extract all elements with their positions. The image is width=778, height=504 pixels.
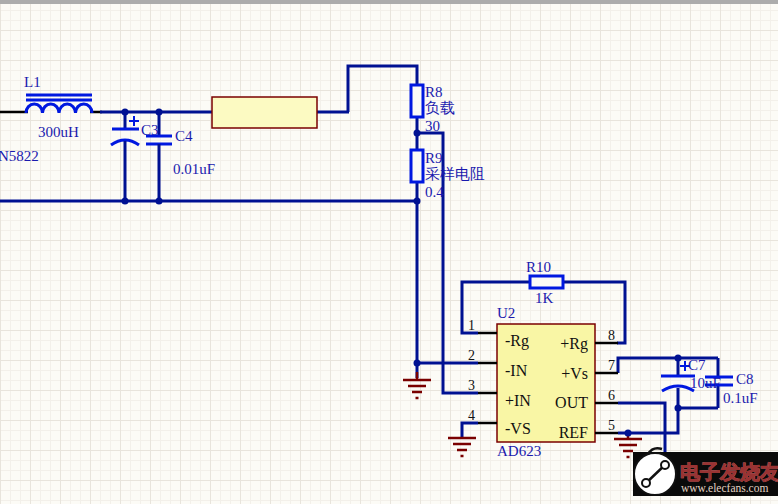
schematic-canvas: L1 300uH N5822 C3 C4 0.01uF R8 负载 30 R9 …: [0, 0, 778, 504]
schematic-drawing: L1 300uH N5822 C3 C4 0.01uF R8 负载 30 R9 …: [0, 0, 778, 504]
r10-designator: R10: [526, 259, 551, 275]
watermark: 电子发烧友 www.elecfans.com: [633, 448, 778, 496]
r8-value: 30: [425, 118, 440, 134]
u2-pin6-number: 6: [608, 388, 615, 403]
capacitor-c3[interactable]: [111, 112, 139, 201]
c4-value: 0.01uF: [173, 161, 215, 177]
u2-pin3-name: +IN: [505, 392, 531, 409]
c3-designator: C3: [141, 122, 159, 138]
inductor-l1[interactable]: [26, 95, 92, 113]
u2-part-number: AD623: [497, 443, 541, 459]
resistor-r10[interactable]: [530, 276, 563, 288]
ground-symbol-vs[interactable]: [448, 438, 476, 456]
r9-value: 0.4: [425, 184, 444, 200]
module-block[interactable]: [212, 97, 317, 128]
ground-symbol-sense[interactable]: [403, 372, 431, 398]
c7-value: 10uF: [690, 375, 721, 391]
u2-pin7-number: 7: [608, 358, 615, 373]
u2-pin2-name: -IN: [505, 362, 528, 379]
net-neg-supply[interactable]: [462, 423, 478, 437]
l1-designator: L1: [24, 74, 41, 90]
u2-pin1-number: 1: [468, 318, 475, 333]
u2-pin4-name: -VS: [505, 420, 531, 437]
u2-pin7-name: +Vs: [561, 365, 588, 382]
c8-value: 0.1uF: [723, 390, 758, 406]
u2-pin5-name: REF: [559, 424, 588, 441]
u2-pin1-name: -Rg: [505, 332, 529, 350]
u2-pin8-number: 8: [608, 328, 615, 343]
d1-designator: N5822: [0, 148, 39, 164]
u2-pin2-number: 2: [468, 348, 475, 363]
watermark-site-url: www.elecfans.com: [681, 482, 768, 494]
u2-designator: U2: [497, 305, 515, 321]
r8-description: 负载: [425, 100, 455, 116]
u2-pin8-name: +Rg: [560, 335, 588, 353]
u2-pin3-number: 3: [468, 378, 475, 393]
r10-value: 1K: [535, 290, 554, 306]
u2-pin5-number: 5: [608, 418, 615, 433]
r9-description: 采样电阻: [425, 166, 485, 182]
u2-pin4-number: 4: [468, 408, 475, 423]
c7-designator: C7: [688, 357, 706, 373]
c8-designator: C8: [736, 371, 754, 387]
u2-pin6-name: OUT: [555, 394, 588, 411]
ic-u2-ad623[interactable]: [478, 324, 618, 442]
c3-plus-icon: [129, 116, 139, 126]
watermark-site-name: 电子发烧友: [680, 461, 778, 483]
junction-dots: [122, 109, 682, 437]
resistor-r8[interactable]: [411, 85, 423, 117]
resistor-r9[interactable]: [411, 150, 423, 182]
l1-value: 300uH: [38, 124, 79, 140]
r9-designator: R9: [425, 150, 443, 166]
r8-designator: R8: [425, 84, 443, 100]
c4-designator: C4: [175, 128, 193, 144]
